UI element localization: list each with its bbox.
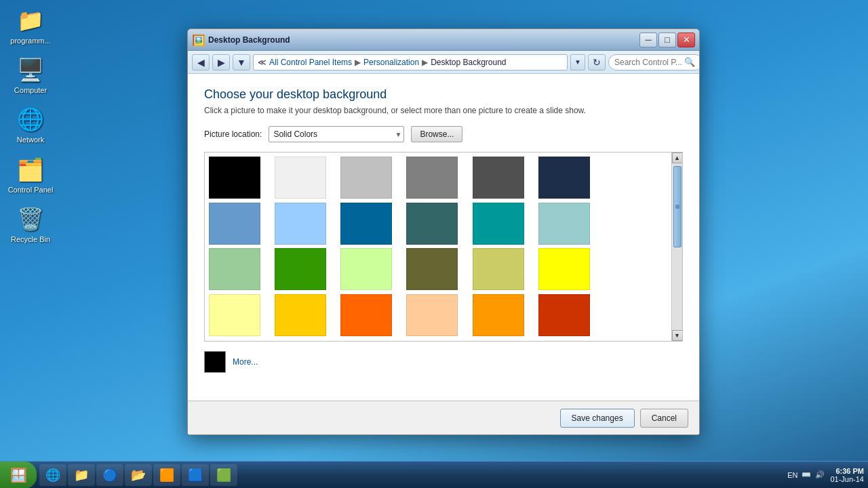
- color-swatch[interactable]: [209, 203, 260, 245]
- cancel-button[interactable]: Cancel: [640, 409, 688, 428]
- scroll-down-button[interactable]: ▼: [672, 330, 683, 341]
- color-swatch[interactable]: [406, 248, 458, 290]
- clock-time: 6:36 PM: [830, 467, 864, 475]
- window-icon: 🖼️: [192, 34, 204, 46]
- color-swatch[interactable]: [275, 294, 326, 336]
- page-subtitle: Click a picture to make it your desktop …: [204, 106, 683, 115]
- start-button[interactable]: 🪟: [0, 462, 37, 489]
- desktop-icon-label: programm...: [10, 37, 50, 45]
- back-button[interactable]: ◀: [192, 54, 210, 70]
- desktop-icon-label: Control Panel: [8, 186, 54, 195]
- empty-swatch: [604, 248, 656, 290]
- taskbar-item-prog3[interactable]: 🟩: [210, 464, 237, 486]
- page-title: Choose your desktop background: [204, 87, 683, 102]
- breadcrumb: ≪ All Control Panel Items ▶ Personalizat…: [253, 54, 568, 70]
- color-swatch[interactable]: [406, 294, 458, 336]
- desktop-background-window: 🖼️ Desktop Background ─ □ ✕ ◀ ▶ ▼ ≪ All …: [187, 28, 700, 435]
- clock-date: 01-Jun-14: [830, 475, 864, 483]
- taskbar-items: 🌐 📁 🔵 📂 🟧 🟦 🟩: [39, 464, 782, 486]
- desktop-icon-programm[interactable]: 📁 programm...: [7, 7, 54, 45]
- more-color-row: More...: [204, 351, 683, 373]
- network-icon: 🌐: [17, 106, 44, 133]
- breadcrumb-link-personalization[interactable]: Personalization: [363, 58, 419, 67]
- color-swatch[interactable]: [340, 203, 392, 245]
- color-swatch[interactable]: [538, 203, 590, 245]
- computer-icon: 🖥️: [17, 56, 44, 83]
- color-swatch[interactable]: [340, 157, 392, 199]
- empty-swatch: [604, 157, 656, 199]
- breadcrumb-separator: ▶: [422, 58, 428, 67]
- empty-swatch: [604, 203, 656, 245]
- location-label: Picture location:: [204, 129, 262, 139]
- location-dropdown-wrapper: Solid Colors ▼: [269, 126, 404, 142]
- color-swatch[interactable]: [209, 157, 260, 199]
- address-bar: ◀ ▶ ▼ ≪ All Control Panel Items ▶ Person…: [188, 51, 699, 74]
- more-link[interactable]: More...: [233, 357, 258, 367]
- search-icon[interactable]: 🔍: [684, 57, 695, 67]
- color-swatch[interactable]: [473, 203, 524, 245]
- color-swatch[interactable]: [209, 248, 260, 290]
- content-inner: Choose your desktop background Click a p…: [188, 74, 699, 401]
- color-swatch[interactable]: [275, 203, 326, 245]
- desktop-icon-label: Network: [17, 136, 44, 144]
- color-swatch[interactable]: [275, 248, 326, 290]
- maximize-button[interactable]: □: [658, 33, 676, 47]
- title-bar-buttons: ─ □ ✕: [639, 33, 695, 47]
- dropdown-arrow-button[interactable]: ▼: [570, 54, 585, 70]
- color-swatch[interactable]: [209, 294, 260, 336]
- color-grid: [205, 152, 671, 341]
- taskbar-item-folder[interactable]: 📁: [68, 464, 95, 486]
- color-swatch[interactable]: [275, 157, 326, 199]
- more-color-swatch[interactable]: [204, 351, 226, 373]
- desktop-icon-network[interactable]: 🌐 Network: [7, 106, 54, 144]
- color-swatch[interactable]: [538, 157, 590, 199]
- color-swatch[interactable]: [538, 294, 590, 336]
- location-dropdown[interactable]: Solid Colors: [269, 126, 404, 142]
- breadcrumb-item: ≪: [258, 58, 267, 67]
- desktop-icon-control-panel[interactable]: 🗂️ Control Panel: [7, 156, 54, 195]
- taskbar-item-files[interactable]: 📂: [125, 464, 152, 486]
- minimize-button[interactable]: ─: [639, 33, 657, 47]
- color-swatch[interactable]: [340, 248, 392, 290]
- desktop-icon-label: Computer: [14, 86, 47, 95]
- tray-icon-2: 🔊: [815, 470, 825, 479]
- close-button[interactable]: ✕: [677, 33, 695, 47]
- desktop-icon-label: Recycle Bin: [11, 235, 50, 244]
- color-swatch[interactable]: [473, 248, 524, 290]
- desktop: 📁 programm... 🖥️ Computer 🌐 Network 🗂️ C…: [0, 0, 868, 488]
- taskbar-item-prog2[interactable]: 🟦: [182, 464, 209, 486]
- folder-icon: 📁: [17, 7, 44, 34]
- scroll-thumb[interactable]: [673, 166, 682, 247]
- desktop-icons: 📁 programm... 🖥️ Computer 🌐 Network 🗂️ C…: [0, 0, 61, 251]
- taskbar: 🪟 🌐 📁 🔵 📂 🟧 🟦 🟩 EN ⌨️ 🔊 6:36 PM 01-Jun-1…: [0, 461, 868, 488]
- tray-icon-1: ⌨️: [802, 470, 811, 479]
- color-swatch[interactable]: [406, 157, 458, 199]
- scroll-up-button[interactable]: ▲: [672, 152, 683, 163]
- color-swatch[interactable]: [473, 294, 524, 336]
- breadcrumb-link-control-panel[interactable]: All Control Panel Items: [269, 58, 352, 67]
- tray-locale: EN: [787, 471, 797, 479]
- taskbar-tray: EN ⌨️ 🔊: [782, 470, 830, 479]
- color-swatch[interactable]: [406, 203, 458, 245]
- desktop-icon-computer[interactable]: 🖥️ Computer: [7, 56, 54, 95]
- save-changes-button[interactable]: Save changes: [560, 409, 635, 428]
- color-grid-container: ▲ ▼: [204, 152, 683, 342]
- window-footer: Save changes Cancel: [188, 401, 699, 434]
- vertical-scrollbar[interactable]: ▲ ▼: [671, 152, 682, 341]
- taskbar-item-chrome[interactable]: 🔵: [96, 464, 123, 486]
- taskbar-item-ie[interactable]: 🌐: [39, 464, 66, 486]
- title-bar: 🖼️ Desktop Background ─ □ ✕: [188, 29, 699, 51]
- taskbar-item-prog1[interactable]: 🟧: [153, 464, 180, 486]
- forward-button[interactable]: ▶: [212, 54, 230, 70]
- browse-button[interactable]: Browse...: [411, 126, 462, 142]
- refresh-button[interactable]: ↻: [588, 54, 606, 70]
- control-panel-icon: 🗂️: [17, 156, 44, 183]
- taskbar-clock[interactable]: 6:36 PM 01-Jun-14: [830, 467, 868, 483]
- recent-pages-button[interactable]: ▼: [233, 54, 250, 70]
- color-swatch[interactable]: [340, 294, 392, 336]
- scroll-track[interactable]: [673, 163, 682, 330]
- color-swatch[interactable]: [473, 157, 524, 199]
- desktop-icon-recycle-bin[interactable]: 🗑️ Recycle Bin: [7, 205, 54, 244]
- breadcrumb-current: Desktop Background: [431, 58, 506, 67]
- color-swatch[interactable]: [538, 248, 590, 290]
